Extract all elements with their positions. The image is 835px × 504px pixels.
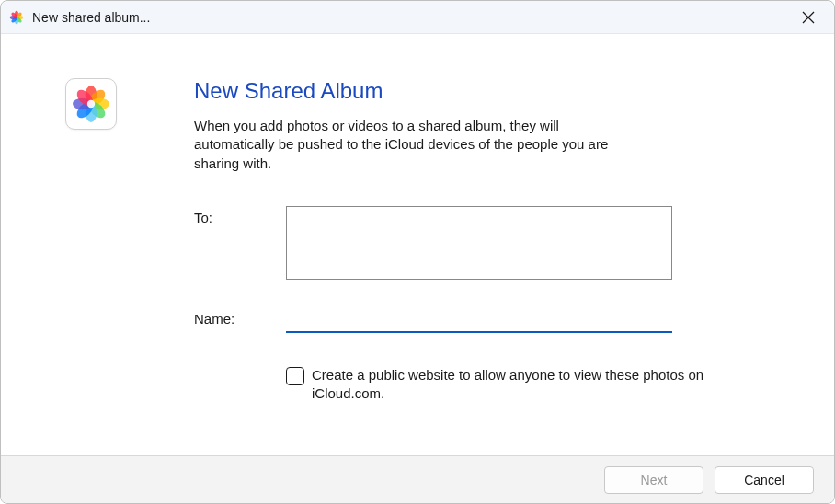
name-input[interactable] — [286, 307, 672, 333]
icon-column — [65, 78, 157, 437]
to-input[interactable] — [286, 206, 672, 280]
titlebar-app-icon — [8, 9, 25, 26]
dialog-window: New shared album... — [0, 0, 835, 504]
dialog-footer: Next Cancel — [1, 455, 834, 503]
public-website-checkbox[interactable] — [286, 367, 304, 385]
close-button[interactable] — [790, 1, 827, 34]
dialog-description: When you add photos or videos to a share… — [194, 117, 626, 173]
dialog-heading: New Shared Album — [194, 78, 779, 104]
name-label: Name: — [194, 307, 286, 326]
dialog-content: New Shared Album When you add photos or … — [1, 34, 834, 455]
cancel-button[interactable]: Cancel — [715, 466, 814, 494]
window-title: New shared album... — [32, 10, 790, 25]
photos-app-icon — [65, 78, 117, 130]
next-button[interactable]: Next — [604, 466, 703, 494]
main-column: New Shared Album When you add photos or … — [157, 78, 779, 437]
public-website-row: Create a public website to allow anyone … — [194, 366, 779, 404]
public-website-label: Create a public website to allow anyone … — [312, 366, 762, 404]
name-row: Name: — [194, 307, 779, 333]
close-icon — [802, 11, 815, 24]
to-row: To: — [194, 206, 779, 280]
svg-point-18 — [87, 100, 95, 108]
to-label: To: — [194, 206, 286, 225]
titlebar: New shared album... — [1, 1, 834, 34]
